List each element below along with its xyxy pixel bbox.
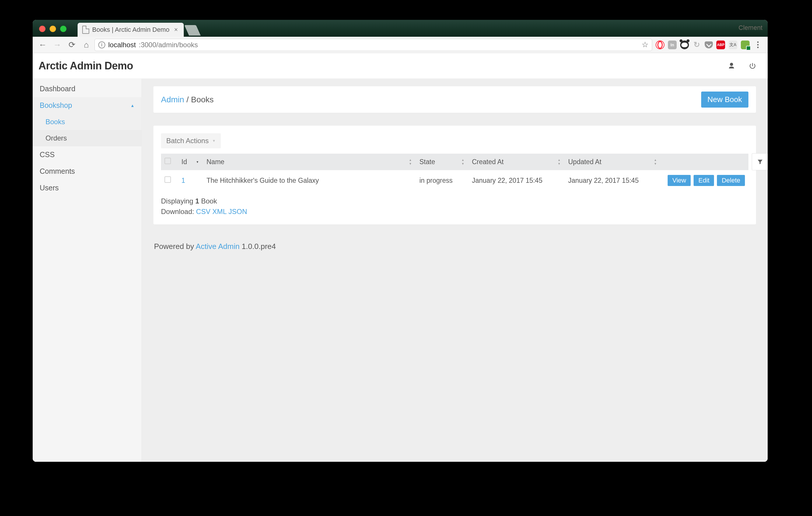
browser-window: Books | Arctic Admin Demo × Clement ← → … <box>33 20 768 462</box>
filters-toggle-button[interactable] <box>752 153 768 170</box>
col-label: State <box>419 158 435 165</box>
sidebar-item-dashboard[interactable]: Dashboard <box>33 81 141 97</box>
window-controls <box>39 26 66 32</box>
displaying-suffix: Book <box>199 197 217 205</box>
nav-forward-button[interactable]: → <box>51 38 64 51</box>
displaying-count: 1 <box>195 197 199 205</box>
tab-page-icon <box>82 26 89 34</box>
ext-panda-icon[interactable] <box>680 40 689 49</box>
active-admin-link[interactable]: Active Admin <box>196 242 239 251</box>
browser-toolbar: ← → ⟳ ⌂ i localhost:3000/admin/books ☆ I… <box>33 37 768 53</box>
tab-title: Books | Arctic Admin Demo <box>92 26 170 33</box>
url-host: localhost <box>108 41 136 49</box>
download-csv-link[interactable]: CSV <box>196 208 210 215</box>
select-all-checkbox[interactable] <box>165 158 171 164</box>
nav-reload-button[interactable]: ⟳ <box>65 38 78 51</box>
extension-icons: In ↻ ABP 文A <box>654 40 764 49</box>
nav-home-button[interactable]: ⌂ <box>80 38 93 51</box>
sidebar-item-css[interactable]: CSS <box>33 146 141 163</box>
view-button[interactable]: View <box>668 175 691 186</box>
sidebar-item-label: Orders <box>46 134 67 142</box>
row-checkbox[interactable] <box>165 176 171 183</box>
new-tab-button[interactable] <box>184 25 201 36</box>
browser-tab[interactable]: Books | Arctic Admin Demo × <box>78 23 184 37</box>
col-created-at[interactable]: Created At <box>468 154 565 170</box>
col-updated-at[interactable]: Updated At <box>565 154 661 170</box>
ext-translate-icon[interactable]: 文A <box>729 40 737 49</box>
sidebar-item-label: Users <box>40 184 59 192</box>
col-label: Created At <box>472 158 504 165</box>
row-id-link[interactable]: 1 <box>181 177 185 184</box>
col-label: Name <box>206 158 224 165</box>
window-zoom-button[interactable] <box>60 26 66 32</box>
browser-menu-button[interactable] <box>753 41 762 48</box>
sidebar-item-users[interactable]: Users <box>33 180 141 196</box>
batch-actions-dropdown[interactable]: Batch Actions ▼ <box>161 133 221 148</box>
breadcrumb-root-link[interactable]: Admin <box>161 95 184 104</box>
displaying-text: Displaying 1 Book <box>161 196 748 206</box>
col-label: Updated At <box>568 158 602 165</box>
edit-button[interactable]: Edit <box>694 175 714 186</box>
tab-close-icon[interactable]: × <box>174 26 178 33</box>
listing-footer: Displaying 1 Book Download: CSV XML JSON <box>161 196 748 217</box>
download-links: Download: CSV XML JSON <box>161 206 748 217</box>
download-xml-link[interactable]: XML <box>212 208 226 215</box>
tab-strip: Books | Arctic Admin Demo × Clement <box>33 20 768 37</box>
chrome-profile-name[interactable]: Clement <box>738 24 762 31</box>
ext-opera-icon[interactable] <box>656 40 664 49</box>
sort-icon <box>409 158 412 165</box>
sidebar-item-comments[interactable]: Comments <box>33 163 141 180</box>
breadcrumb-current: Books <box>191 95 214 104</box>
ext-pocket-icon[interactable] <box>705 41 713 49</box>
delete-button[interactable]: Delete <box>717 175 745 186</box>
sidebar-item-books[interactable]: Books <box>33 114 141 130</box>
url-path: :3000/admin/books <box>139 41 198 49</box>
sidebar-submenu-bookshop: Books Orders <box>33 114 141 146</box>
app-title: Arctic Admin Demo <box>38 60 133 72</box>
col-name[interactable]: Name <box>203 154 416 170</box>
col-id[interactable]: Id <box>178 154 203 170</box>
address-bar[interactable]: i localhost:3000/admin/books ☆ <box>94 39 652 51</box>
sort-icon <box>461 158 464 165</box>
download-label: Download: <box>161 208 196 215</box>
sort-icon <box>558 158 560 165</box>
powered-prefix: Powered by <box>154 242 196 251</box>
row-actions: View Edit Delete <box>664 175 745 186</box>
app-body: Dashboard Bookshop ▲ Books Orders <box>33 79 768 462</box>
sidebar-item-label: CSS <box>40 150 55 159</box>
ext-adblock-icon[interactable]: ABP <box>716 40 725 49</box>
power-icon <box>749 62 756 70</box>
ext-evernote-icon[interactable] <box>741 40 750 49</box>
site-info-icon[interactable]: i <box>98 41 105 49</box>
download-json-link[interactable]: JSON <box>228 208 247 215</box>
row-updated-at: January 22, 2017 15:45 <box>568 177 639 184</box>
breadcrumb-separator: / <box>186 95 191 104</box>
row-created-at: January 22, 2017 15:45 <box>472 177 543 184</box>
main-content: Admin / Books New Book Batch Actions ▼ <box>142 79 768 462</box>
ext-sync-icon[interactable]: ↻ <box>692 40 701 49</box>
books-listing-card: Batch Actions ▼ Id <box>153 126 756 224</box>
new-book-button[interactable]: New Book <box>701 92 749 108</box>
window-minimize-button[interactable] <box>50 26 56 32</box>
filter-icon <box>757 159 763 165</box>
breadcrumb: Admin / Books <box>161 95 214 104</box>
col-state[interactable]: State <box>416 154 468 170</box>
sidebar-item-label: Bookshop <box>40 101 72 110</box>
footer-credit: Powered by Active Admin 1.0.0.pre4 <box>153 242 756 251</box>
app-viewport: Arctic Admin Demo Dashboard Bookshop ▲ <box>33 53 768 462</box>
window-close-button[interactable] <box>39 26 46 32</box>
row-state: in progress <box>419 177 453 184</box>
col-actions <box>661 154 748 170</box>
chevron-up-icon: ▲ <box>130 103 135 108</box>
ext-linkedin-icon[interactable]: In <box>668 40 677 49</box>
sidebar-item-bookshop[interactable]: Bookshop ▲ <box>33 97 141 114</box>
nav-back-button[interactable]: ← <box>36 38 49 51</box>
bookmark-star-icon[interactable]: ☆ <box>642 40 648 49</box>
chevron-down-icon: ▼ <box>212 139 215 143</box>
sidebar-item-orders[interactable]: Orders <box>33 130 141 146</box>
logout-button[interactable] <box>746 59 759 73</box>
col-label: Id <box>181 158 187 165</box>
user-menu-button[interactable] <box>725 59 738 73</box>
batch-actions-label: Batch Actions <box>166 137 208 145</box>
sort-desc-icon <box>196 160 199 163</box>
